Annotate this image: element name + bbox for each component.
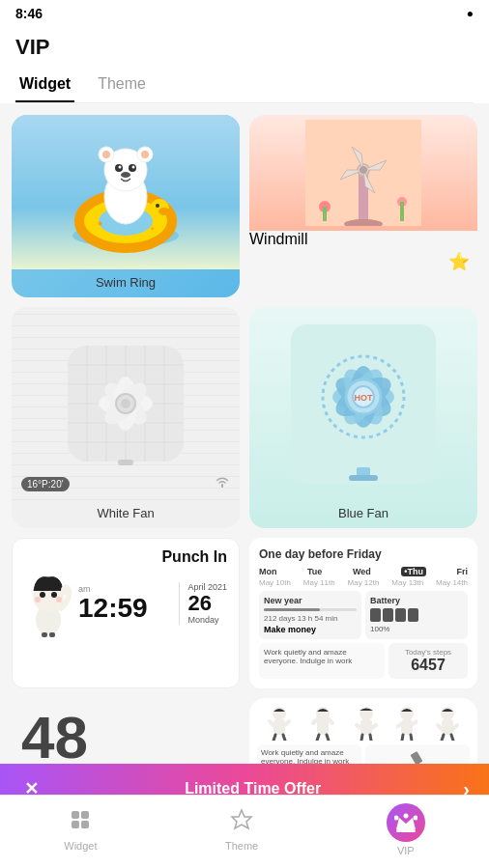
widget-content: ★ ✦ Swim Ring: [0, 103, 489, 868]
svg-line-88: [370, 735, 371, 741]
theme-nav-icon: [230, 808, 253, 837]
second-row: Punch In: [12, 538, 477, 688]
svg-rect-103: [72, 811, 79, 819]
svg-point-61: [40, 592, 45, 598]
svg-point-15: [158, 208, 170, 215]
white-fan-image: [12, 307, 240, 500]
windmill-container: Windmill ⭐: [249, 115, 477, 297]
windmill-vip-badge: ⭐: [448, 251, 470, 272]
quote-card: Work quietly and amaze everyone. Indulge…: [259, 643, 385, 679]
svg-point-62: [51, 592, 57, 598]
temp-badge: 16°P:20': [21, 477, 70, 491]
steps-count: 6457: [393, 657, 463, 674]
nav-theme[interactable]: Theme: [225, 808, 258, 852]
status-icons: ●: [467, 7, 474, 20]
day-mon: Mon: [259, 567, 277, 576]
svg-point-109: [394, 816, 399, 821]
tab-widget[interactable]: Widget: [15, 68, 74, 102]
svg-rect-27: [400, 202, 404, 221]
svg-point-12: [132, 166, 135, 169]
svg-text:★: ★: [97, 219, 103, 228]
page-title: VIP: [15, 35, 474, 60]
planner-title: One day before Friday: [259, 547, 468, 561]
battery-mini-card: Battery 100%: [365, 591, 468, 639]
nav-theme-label: Theme: [225, 840, 258, 852]
svg-point-110: [413, 816, 417, 821]
blue-fan-image: HOT: [249, 307, 477, 500]
battery-percent: 100%: [370, 625, 463, 633]
svg-point-7: [102, 151, 110, 158]
svg-line-81: [317, 735, 319, 741]
white-fan-card[interactable]: 16°P:20' White Fan: [12, 307, 240, 528]
day-tue: Tue: [307, 567, 322, 576]
widget-nav-icon: [69, 808, 92, 837]
svg-rect-104: [81, 811, 89, 819]
status-bar: 8:46 ●: [0, 0, 489, 27]
svg-text:HOT: HOT: [355, 393, 374, 403]
svg-rect-106: [81, 821, 89, 828]
mini-cards-row2: Work quietly and amaze everyone. Indulge…: [259, 643, 468, 679]
punch-time: 12:59: [78, 594, 173, 624]
svg-text:✦: ✦: [150, 226, 155, 232]
svg-rect-66: [42, 632, 47, 637]
svg-point-16: [156, 204, 159, 208]
dates-row: May 10th May 11th May 12th May 13th May …: [259, 578, 468, 587]
windmill-card[interactable]: [249, 115, 477, 231]
svg-line-94: [411, 735, 412, 741]
svg-point-11: [119, 166, 122, 169]
swim-ring-label: Swim Ring: [12, 269, 240, 297]
svg-rect-57: [349, 475, 378, 481]
quote1-text: Work quietly and amaze everyone. Indulge…: [264, 648, 380, 665]
new-year-progress-bar: [264, 608, 357, 611]
steps-label: Today's steps: [393, 648, 463, 657]
svg-line-100: [451, 735, 453, 741]
battery-label: Battery: [370, 596, 463, 605]
svg-rect-26: [323, 207, 327, 221]
svg-rect-78: [317, 719, 329, 735]
nav-widget[interactable]: Widget: [64, 808, 97, 852]
svg-line-82: [327, 735, 329, 741]
windmill-label: Windmill: [249, 231, 477, 248]
svg-rect-67: [49, 632, 55, 637]
nav-widget-label: Widget: [64, 840, 97, 852]
planner-card[interactable]: One day before Friday Mon Tue Wed •Thu F…: [249, 538, 477, 688]
blue-fan-label: Blue Fan: [249, 500, 477, 528]
new-year-days: 212 days 13 h 54 min: [264, 614, 357, 623]
blue-fan-card[interactable]: HOT Blue Fan: [249, 307, 477, 528]
svg-point-44: [121, 399, 130, 408]
new-year-mini-card: New year 212 days 13 h 54 min Make money: [259, 591, 361, 639]
new-year-title: New year: [264, 596, 357, 605]
mini-cards-row1: New year 212 days 13 h 54 min Make money…: [259, 591, 468, 639]
widget-grid: ★ ✦ Swim Ring: [12, 115, 477, 528]
svg-rect-45: [118, 460, 133, 465]
swim-ring-card[interactable]: ★ ✦ Swim Ring: [12, 115, 240, 297]
punch-weekday: Monday: [187, 615, 227, 625]
svg-line-79: [313, 719, 317, 723]
svg-line-93: [402, 735, 403, 741]
nav-vip-label: VIP: [397, 845, 415, 856]
battery-dots: [370, 608, 463, 622]
nav-vip[interactable]: VIP: [387, 803, 425, 856]
svg-rect-105: [72, 821, 79, 828]
svg-line-87: [361, 735, 362, 741]
day-thu: •Thu: [401, 567, 426, 576]
steps-card: Today's steps 6457: [388, 643, 468, 679]
svg-marker-107: [232, 810, 251, 828]
svg-line-80: [329, 719, 332, 723]
tab-theme[interactable]: Theme: [94, 68, 150, 102]
dot-icon: ●: [467, 7, 474, 20]
svg-point-13: [121, 172, 130, 178]
swim-ring-image: ★ ✦: [12, 115, 240, 269]
svg-point-23: [360, 166, 367, 174]
punch-in-card[interactable]: Punch In: [12, 538, 240, 688]
days-row: Mon Tue Wed •Thu Fri: [259, 567, 468, 576]
svg-point-111: [403, 814, 408, 819]
white-fan-label: White Fan: [12, 500, 240, 528]
status-time: 8:46: [15, 6, 43, 21]
day-wed: Wed: [353, 567, 371, 576]
figure-row: [257, 706, 470, 741]
new-year-progress-fill: [264, 608, 320, 611]
wifi-icon: [215, 475, 230, 491]
svg-point-63: [35, 597, 41, 602]
svg-point-8: [141, 151, 149, 158]
